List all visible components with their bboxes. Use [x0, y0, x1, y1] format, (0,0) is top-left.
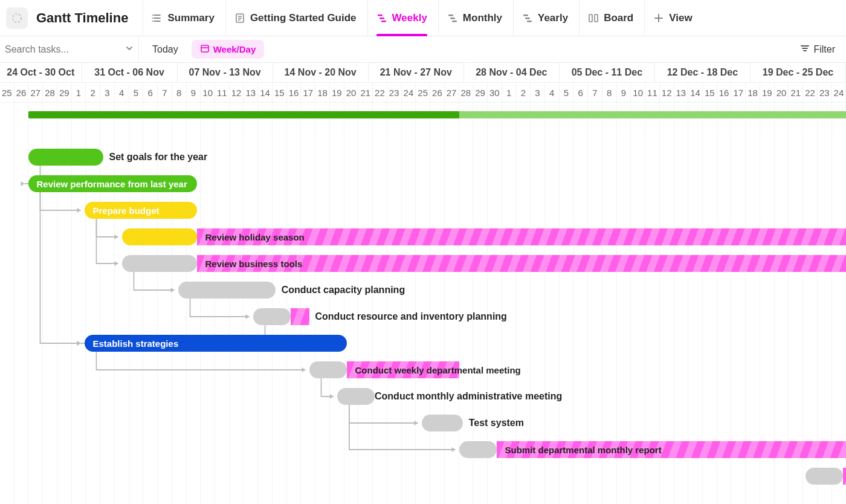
- day-header[interactable]: 8: [602, 83, 617, 102]
- week-header[interactable]: 19 Dec - 25 Dec: [751, 63, 846, 82]
- day-header[interactable]: 10: [631, 83, 645, 102]
- tab-monthly[interactable]: Monthly: [438, 0, 511, 36]
- tab-getting started guide[interactable]: Getting Started Guide: [225, 0, 365, 36]
- task-bar-weekly_g[interactable]: [309, 361, 347, 378]
- today-button[interactable]: Today: [145, 36, 186, 63]
- day-header[interactable]: 15: [703, 83, 717, 102]
- week-header[interactable]: 14 Nov - 20 Nov: [273, 63, 369, 82]
- week-header[interactable]: 07 Nov - 13 Nov: [178, 63, 273, 82]
- task-bar-report_g[interactable]: [459, 441, 497, 458]
- day-header[interactable]: 29: [473, 83, 488, 102]
- day-header[interactable]: 14: [688, 83, 703, 102]
- day-header[interactable]: 12: [660, 83, 674, 102]
- task-bar-budget[interactable]: Prepare budget: [85, 202, 197, 219]
- tab-view[interactable]: View: [644, 0, 700, 36]
- day-header[interactable]: 6: [143, 83, 158, 102]
- day-header[interactable]: 13: [674, 83, 689, 102]
- day-header[interactable]: 25: [416, 83, 430, 102]
- day-header[interactable]: 21: [358, 83, 373, 102]
- task-bar-capacity[interactable]: [178, 282, 276, 299]
- tab-summary[interactable]: Summary: [143, 0, 222, 36]
- day-header[interactable]: 18: [315, 83, 330, 102]
- day-header[interactable]: 27: [28, 83, 43, 102]
- task-bar-btools_s[interactable]: Review business tools: [197, 255, 847, 272]
- week-header[interactable]: 24 Oct - 30 Oct: [0, 63, 82, 82]
- task-bar-holiday_s[interactable]: Review holiday season: [197, 228, 847, 245]
- day-header[interactable]: 18: [746, 83, 760, 102]
- day-header[interactable]: 12: [230, 83, 244, 102]
- week-header[interactable]: 28 Nov - 04 Dec: [464, 63, 560, 82]
- day-header[interactable]: 23: [387, 83, 402, 102]
- day-header[interactable]: 7: [158, 83, 172, 102]
- day-header[interactable]: 4: [115, 83, 129, 102]
- day-header[interactable]: 16: [287, 83, 302, 102]
- day-header[interactable]: 1: [502, 83, 517, 102]
- day-header[interactable]: 15: [273, 83, 287, 102]
- day-header[interactable]: 22: [803, 83, 818, 102]
- day-header[interactable]: 3: [100, 83, 115, 102]
- summary-bar[interactable]: [28, 111, 847, 118]
- search-input[interactable]: [5, 44, 108, 55]
- day-header[interactable]: 19: [330, 83, 344, 102]
- day-header[interactable]: 27: [445, 83, 459, 102]
- task-bar-monthly_g[interactable]: [337, 388, 375, 405]
- task-bar-goals[interactable]: [28, 149, 103, 166]
- day-header[interactable]: 24: [402, 83, 416, 102]
- day-header[interactable]: 14: [258, 83, 273, 102]
- day-header[interactable]: 1: [72, 83, 86, 102]
- day-header[interactable]: 2: [86, 83, 100, 102]
- week-header[interactable]: 21 Nov - 27 Nov: [369, 63, 464, 82]
- day-header[interactable]: 26: [430, 83, 445, 102]
- day-header[interactable]: 25: [0, 83, 15, 102]
- week-header[interactable]: 12 Dec - 18 Dec: [655, 63, 751, 82]
- day-header[interactable]: 17: [731, 83, 746, 102]
- day-header[interactable]: 20: [775, 83, 789, 102]
- task-bar-btools_g[interactable]: [122, 255, 197, 272]
- task-bar-resinv_g[interactable]: [253, 308, 291, 325]
- day-header[interactable]: 19: [760, 83, 775, 102]
- day-header[interactable]: 24: [832, 83, 846, 102]
- day-header[interactable]: 21: [789, 83, 803, 102]
- day-header[interactable]: 13: [244, 83, 258, 102]
- day-header[interactable]: 3: [531, 83, 545, 102]
- task-bar-testsys[interactable]: [422, 415, 463, 431]
- day-header[interactable]: 16: [717, 83, 732, 102]
- day-header[interactable]: 26: [15, 83, 29, 102]
- day-header[interactable]: 23: [818, 83, 832, 102]
- task-bar-report_s[interactable]: Submit departmental monthly report: [497, 441, 847, 458]
- task-bar-resinv_s[interactable]: [291, 308, 309, 325]
- day-header[interactable]: 10: [201, 83, 215, 102]
- day-header[interactable]: 20: [344, 83, 359, 102]
- day-header[interactable]: 2: [516, 83, 531, 102]
- day-header[interactable]: 22: [373, 83, 387, 102]
- day-header[interactable]: 30: [488, 83, 502, 102]
- day-header[interactable]: 29: [57, 83, 72, 102]
- task-bar-holiday_g[interactable]: [122, 228, 197, 245]
- day-header[interactable]: 17: [301, 83, 315, 102]
- task-bar-far[interactable]: [806, 468, 843, 485]
- task-bar-far_s[interactable]: [843, 468, 846, 485]
- day-header[interactable]: 11: [215, 83, 230, 102]
- task-bar-strat[interactable]: Establish strategies: [85, 335, 347, 352]
- task-bar-weekly_s[interactable]: Conduct weekly departmental meeting: [347, 361, 459, 378]
- tab-board[interactable]: Board: [579, 0, 642, 36]
- week-header[interactable]: 05 Dec - 11 Dec: [560, 63, 655, 82]
- day-header[interactable]: 9: [187, 83, 201, 102]
- day-header[interactable]: 9: [617, 83, 631, 102]
- filter-button[interactable]: Filter: [789, 44, 846, 56]
- day-header[interactable]: 11: [645, 83, 660, 102]
- tab-yearly[interactable]: Yearly: [513, 0, 576, 36]
- week-header[interactable]: 31 Oct - 06 Nov: [82, 63, 178, 82]
- day-header[interactable]: 28: [459, 83, 474, 102]
- day-header[interactable]: 6: [573, 83, 588, 102]
- tab-weekly[interactable]: Weekly: [367, 0, 436, 36]
- zoom-level-pill[interactable]: Week/Day: [192, 40, 265, 59]
- day-header[interactable]: 8: [172, 83, 187, 102]
- day-header[interactable]: 5: [129, 83, 144, 102]
- day-header[interactable]: 7: [588, 83, 602, 102]
- gantt-chart[interactable]: Set goals for the yearReview performance…: [0, 103, 846, 504]
- task-bar-review[interactable]: Review performance from last year: [28, 175, 197, 192]
- day-header[interactable]: 5: [560, 83, 574, 102]
- day-header[interactable]: 28: [43, 83, 57, 102]
- chevron-down-icon[interactable]: [125, 44, 134, 55]
